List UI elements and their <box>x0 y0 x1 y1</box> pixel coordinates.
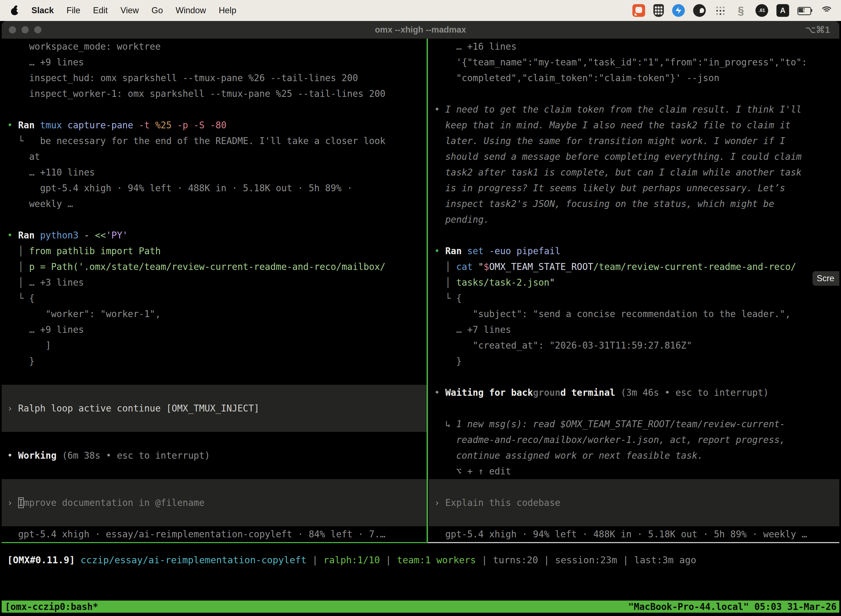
text-segment: '{"team_name":"my-team","task_id":"1","f… <box>434 57 807 67</box>
text-segment: pending. <box>434 214 489 225</box>
right-terminal-pane[interactable]: … +16 lines '{"team_name":"my-team","tas… <box>429 39 840 542</box>
terminal-line: pending. <box>429 212 840 227</box>
prompt-input[interactable]: › Improve documentation in @filename <box>1 495 426 510</box>
squiggle-person-icon[interactable]: § <box>734 4 747 17</box>
text-segment: $ <box>484 261 489 272</box>
text-segment: Ran <box>18 230 40 241</box>
text-segment: └ { <box>434 293 462 304</box>
messenger-bolt-icon[interactable] <box>672 4 685 17</box>
terminal-line <box>1 479 426 495</box>
menu-item-view[interactable]: View <box>120 6 139 15</box>
text-segment: └ { <box>7 293 35 304</box>
terminal-line: "created_at": "2026-03-31T11:59:27.816Z" <box>429 337 840 353</box>
text-segment: Working <box>18 450 62 461</box>
left-terminal-pane[interactable]: workspace_mode: worktree … +9 lines insp… <box>1 39 426 542</box>
active-pane-border <box>1 542 428 543</box>
terminal-line: │ from pathlib import Path <box>1 243 426 259</box>
menu-item-file[interactable]: File <box>66 6 80 15</box>
terminal-line: … +9 lines <box>1 54 426 70</box>
text-segment: -euo pipefail <box>489 246 560 257</box>
terminal-line: is in progress? It seems likely but perh… <box>429 180 840 196</box>
menu-item-go[interactable]: Go <box>151 6 163 15</box>
waiting-status: • Waiting for background terminal (3m 46… <box>429 385 840 400</box>
terminal-line: inspect_worker-1: omx sparkshell --tmux-… <box>1 86 426 101</box>
text-segment: -p -S -80 <box>177 120 227 131</box>
text-segment: Waiting for back <box>445 387 533 398</box>
terminal-line: • Ran set -euo pipefail <box>429 243 840 259</box>
text-segment: OMX_TEAM_STATE_ROOT <box>489 261 593 272</box>
keyboard-layout-icon[interactable]: A <box>777 4 789 17</box>
text-segment: - <box>84 230 95 241</box>
chat-app-icon[interactable] <box>632 4 645 17</box>
terminal-line: │ … +3 lines <box>1 274 426 290</box>
text-segment: Explain this codebase <box>445 497 560 508</box>
prompt-input[interactable]: › Explain this codebase <box>429 495 840 510</box>
text-segment: %25 <box>155 120 177 131</box>
text-segment: inspect_hud: omx sparkshell --tmux-pane … <box>7 73 358 84</box>
text-segment: from pathlib import Path <box>29 246 161 257</box>
terminal-line: } <box>429 353 840 369</box>
terminal-line: "worker": "worker-1", <box>1 306 426 322</box>
apple-menu-icon[interactable] <box>10 6 19 15</box>
terminal-line <box>429 400 840 416</box>
battery-icon[interactable] <box>797 7 812 14</box>
text-segment: << <box>95 230 106 241</box>
text-segment: … +16 lines <box>434 41 517 52</box>
text-segment: } <box>7 356 35 367</box>
pane-divider[interactable] <box>426 39 428 543</box>
dialpad-shield-icon[interactable] <box>653 4 664 17</box>
terminal-line: ↳ 1 new msg(s): read $OMX_TEAM_STATE_ROO… <box>429 416 840 432</box>
terminal-line: later. Using the same for transition mig… <box>429 133 840 149</box>
terminal-line <box>429 479 840 495</box>
text-segment: • <box>7 230 18 241</box>
window-title-bar[interactable]: omx --xhigh --madmax ⌥⌘1 <box>1 21 840 39</box>
terminal-line: inspect task2's JSON, focusing on the st… <box>429 196 840 212</box>
text-segment: | <box>306 554 323 566</box>
menu-bar-status-icons: §.61A <box>632 4 841 17</box>
dots-grid-icon[interactable] <box>714 4 726 16</box>
wifi-icon[interactable] <box>820 6 833 15</box>
terminal-line <box>429 369 840 385</box>
menu-item-window[interactable]: Window <box>176 6 206 15</box>
terminal-line <box>1 385 426 400</box>
terminal-line: │ p = Path('.omx/state/team/review-curre… <box>1 259 426 274</box>
terminal-line: gpt-5.4 xhigh · 94% left · 488K in · 5.1… <box>1 180 426 196</box>
menu-item-edit[interactable]: Edit <box>93 6 108 15</box>
text-segment: "worker": "worker-1", <box>7 308 161 319</box>
usage-badge-icon[interactable]: .61 <box>756 4 768 17</box>
pane-status-line: gpt-5.4 xhigh · essay/ai-reimplementatio… <box>1 526 426 542</box>
text-segment: … +110 lines <box>7 167 95 178</box>
text-segment: readme-and-reco/mailbox/worker-1.json, a… <box>434 434 785 445</box>
text-segment: • <box>434 104 445 115</box>
terminal-line <box>1 510 426 526</box>
text-segment: • <box>434 387 445 398</box>
terminal-window: omx --xhigh --madmax ⌥⌘1 workspace_mode:… <box>1 21 840 616</box>
terminal-line: • Ran python3 - <<'PY' <box>1 227 426 243</box>
text-segment: is in progress? It seems likely but perh… <box>434 183 785 194</box>
terminal-line: │ cat "$OMX_TEAM_STATE_ROOT/team/review-… <box>429 259 840 274</box>
text-segment: "created_at": "2026-03-31T11:59:27.816Z" <box>434 340 692 351</box>
terminal-line: continue assigned work or next feasible … <box>429 448 840 463</box>
terminal-line: inspect_hud: omx sparkshell --tmux-pane … <box>1 70 426 86</box>
text-segment: (3m 46s • esc to interrupt) <box>621 387 769 398</box>
text-segment: /team/review-current-readme-and-reco/ <box>593 261 796 272</box>
tmux-window-label[interactable]: [omx-cczip0:bash* <box>1 601 98 612</box>
text-segment: └ be necessary for the end of the README… <box>7 135 385 146</box>
text-segment: " <box>549 277 555 288</box>
terminal-line: ⌥ + ↑ edit <box>429 463 840 479</box>
menu-item-slack[interactable]: Slack <box>31 6 54 15</box>
inactive-pane-border <box>428 542 840 543</box>
text-segment: ⌥ + ↑ edit <box>434 466 511 477</box>
text-segment: set <box>467 246 489 257</box>
moon-pie-icon[interactable] <box>693 4 706 17</box>
text-segment: ] <box>7 340 51 351</box>
text-segment: │ <box>434 261 456 272</box>
terminal-line: task2 after task1 is complete, but can I… <box>429 164 840 180</box>
terminal-line <box>429 86 840 101</box>
menu-bar-left: SlackFileEditViewGoWindowHelp <box>0 6 236 15</box>
text-segment: gpt-5.4 xhigh · essay/ai-reimplementatio… <box>7 529 385 540</box>
text-segment: • <box>7 120 18 131</box>
text-segment: p = Path('.omx/state/team/review-current… <box>29 261 385 272</box>
menu-item-help[interactable]: Help <box>219 6 236 15</box>
terminal-line <box>1 101 426 117</box>
